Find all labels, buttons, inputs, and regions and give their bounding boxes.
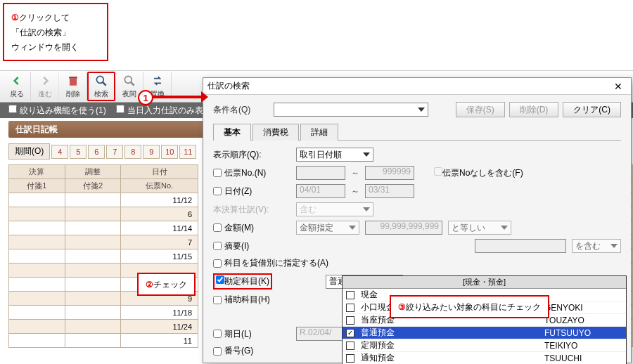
period-tab[interactable]: 11 xyxy=(179,145,196,159)
amount-value[interactable]: 99,999,999,999 xyxy=(365,221,442,235)
account-check[interactable]: 勘定科目(K) xyxy=(216,275,269,287)
period-tab[interactable]: 5 xyxy=(70,145,87,159)
callout-2: ②チェック xyxy=(137,273,196,296)
sort-combo[interactable]: 取引日付順 xyxy=(296,148,373,162)
term-value[interactable]: R.02/04/ xyxy=(296,327,345,341)
account-option[interactable]: 通知預金TSUUCHI xyxy=(343,352,626,364)
save-button[interactable]: 保存(S) xyxy=(456,102,505,117)
date-check[interactable]: 日付(Z) xyxy=(213,186,290,197)
table-row: 7 xyxy=(9,235,198,249)
term-check[interactable]: 期日(L) xyxy=(213,328,290,340)
table-row: 11/14 xyxy=(9,221,198,235)
table-row: 11/24 xyxy=(9,320,198,334)
checkbox-icon[interactable] xyxy=(346,291,354,299)
journal-table: 決算調整日付 付箋1付箋2伝票No. 11/12 6 11/14 7 11/15… xyxy=(8,164,198,348)
delete-button[interactable]: 削除(D) xyxy=(509,102,559,117)
badge-1: 1 xyxy=(138,90,153,105)
tab-detail[interactable]: 詳細 xyxy=(300,124,338,141)
checkbox-icon[interactable] xyxy=(346,329,354,337)
amount-mode[interactable]: 金額指定 xyxy=(296,221,359,235)
period-tab[interactable]: 8 xyxy=(124,145,141,159)
slip-check[interactable]: 伝票No.(N) xyxy=(213,167,290,179)
svg-rect-1 xyxy=(69,77,77,79)
period-tab[interactable]: 7 xyxy=(106,145,123,159)
tab-basic[interactable]: 基本 xyxy=(213,124,251,141)
closing-label: 本決算仕訳(V): xyxy=(213,204,290,216)
amount-check[interactable]: 金額(M) xyxy=(213,222,290,234)
account-check-redbox: 勘定科目(K) xyxy=(213,273,272,290)
table-row: 6 xyxy=(9,207,198,221)
desc-op[interactable]: を含む xyxy=(572,239,621,253)
table-row: 11 xyxy=(9,334,198,348)
clear-button[interactable]: クリア(C) xyxy=(563,102,621,117)
svg-rect-0 xyxy=(70,79,77,86)
slip-from[interactable] xyxy=(296,166,345,180)
account-dropdown-header: [現金・預金] xyxy=(343,276,626,289)
checkbox-icon[interactable] xyxy=(346,316,354,325)
close-icon[interactable]: ✕ xyxy=(610,79,627,93)
condition-combo[interactable] xyxy=(274,103,428,117)
callout-1-num: ① xyxy=(11,13,19,22)
tab-tax[interactable]: 消費税 xyxy=(252,124,299,141)
checkbox-icon[interactable] xyxy=(346,304,354,312)
checkbox-icon[interactable] xyxy=(346,342,354,350)
date-from[interactable]: 04/01 xyxy=(296,184,345,198)
back-button[interactable]: 戻る xyxy=(3,72,31,101)
table-row: 11/12 xyxy=(9,193,198,207)
opt-today[interactable]: 当日入力仕訳のみ表示 xyxy=(116,105,212,117)
opt-filter[interactable]: 絞り込み機能を使う(1) xyxy=(8,105,106,117)
desc-field[interactable] xyxy=(475,239,566,253)
period-label: 期間(O) xyxy=(8,143,50,160)
callout-arrow xyxy=(153,96,203,98)
checkbox-icon[interactable] xyxy=(346,354,354,363)
svg-line-5 xyxy=(130,82,134,86)
callout-1: ①クリックして 「仕訳の検索」 ウィンドウを開く xyxy=(3,3,108,61)
condition-label: 条件名(Q) xyxy=(213,104,269,116)
callout-3: ③絞り込みたい対象の科目にチェック xyxy=(390,295,549,318)
period-selector: 期間(O) 4 5 6 7 8 9 10 11 xyxy=(8,143,196,160)
number-check[interactable]: 番号(G) xyxy=(213,345,290,357)
account-option[interactable]: 普通預金FUTSUUYO xyxy=(343,327,626,339)
svg-line-3 xyxy=(103,82,106,86)
dialog-titlebar: 仕訳の検索 ✕ xyxy=(203,78,631,95)
account-option[interactable]: 定期預金TEIKIYO xyxy=(343,339,626,352)
amount-op[interactable]: と等しい xyxy=(448,221,511,235)
period-tab[interactable]: 6 xyxy=(88,145,105,159)
desc-check[interactable]: 摘要(I) xyxy=(213,240,290,252)
slip-to[interactable]: 999999 xyxy=(365,166,414,180)
account-dropdown[interactable]: [現金・預金] 現金小口現金GENYOKI当座預金TOUZAYO普通預金FUTS… xyxy=(342,275,627,364)
period-tab[interactable]: 9 xyxy=(143,145,160,159)
forward-button[interactable]: 進む xyxy=(31,72,59,101)
sort-label: 表示順序(Q): xyxy=(213,149,290,161)
dialog-tabs: 基本 消費税 詳細 xyxy=(213,123,621,141)
search-button[interactable]: 検索 xyxy=(87,72,115,101)
bydrcr-check[interactable]: 科目を貸借別に指定する(A) xyxy=(213,257,328,269)
period-tab[interactable]: 4 xyxy=(51,145,68,159)
delete-button[interactable]: 削除 xyxy=(59,72,87,101)
dialog-title: 仕訳の検索 xyxy=(207,80,250,92)
period-tab[interactable]: 10 xyxy=(161,145,178,159)
subaccount-check[interactable]: 補助科目(H) xyxy=(213,294,290,306)
table-row: 11/15 xyxy=(9,249,198,264)
slip-include-none[interactable]: 伝票Noなしを含む(F) xyxy=(434,167,523,179)
table-row: 11/18 xyxy=(9,306,198,320)
date-to[interactable]: 03/31 xyxy=(365,184,414,198)
closing-combo[interactable]: 含む xyxy=(296,202,373,216)
